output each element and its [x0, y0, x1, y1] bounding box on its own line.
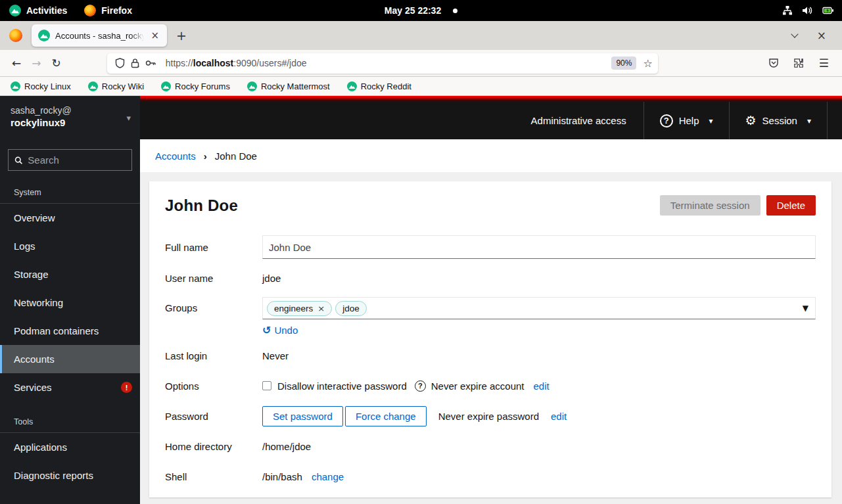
edit-account-expiry-link[interactable]: edit — [534, 380, 550, 392]
reload-button[interactable]: ↻ — [52, 57, 61, 70]
page-title: John Doe — [165, 196, 238, 215]
search-input[interactable] — [28, 154, 126, 166]
shell-row: Shell /bin/bash change — [165, 465, 816, 488]
help-icon: ? — [660, 114, 673, 127]
zoom-level-badge[interactable]: 90% — [611, 57, 636, 70]
help-label: Help — [679, 115, 699, 126]
bookmark-rocky-linux[interactable]: Rocky Linux — [11, 81, 71, 91]
rocky-favicon-icon — [11, 81, 20, 91]
firefox-label: Firefox — [101, 5, 132, 16]
breadcrumb: Accounts › John Doe — [140, 139, 842, 172]
full-name-input[interactable] — [262, 235, 816, 259]
user-name-label: User name — [165, 273, 262, 284]
rocky-favicon-icon — [161, 81, 171, 91]
menu-hamburger-icon[interactable]: ☰ — [819, 57, 829, 70]
groups-dropdown-caret-icon[interactable]: ▼ — [803, 304, 808, 313]
system-tray[interactable] — [782, 5, 842, 16]
bookmark-label: Rocky Reddit — [361, 81, 411, 91]
never-expire-password-text: Never expire password — [438, 411, 539, 422]
battery-charging-icon — [822, 5, 834, 16]
breadcrumb-accounts-link[interactable]: Accounts — [155, 150, 196, 162]
brand-stripe — [140, 96, 842, 102]
terminate-session-button[interactable]: Terminate session — [660, 195, 760, 216]
list-tabs-chevron-icon[interactable] — [791, 30, 798, 37]
bookmark-rocky-reddit[interactable]: Rocky Reddit — [347, 81, 411, 91]
back-button[interactable]: ← — [12, 57, 21, 70]
activities-button[interactable]: Activities — [9, 5, 67, 16]
sidebar-item-applications[interactable]: Applications — [0, 433, 140, 461]
services-alert-badge: ! — [121, 382, 132, 393]
new-tab-button[interactable]: + — [176, 28, 187, 43]
groups-row: Groups engineers × jdoe — [165, 297, 816, 336]
breadcrumb-separator-icon: › — [204, 150, 207, 162]
options-label: Options — [165, 380, 262, 392]
disallow-password-checkbox[interactable] — [262, 381, 271, 390]
host-switcher[interactable]: sasha_rocky@ rockylinux9 ▾ — [0, 96, 140, 139]
sidebar-item-diagnostic-reports[interactable]: Diagnostic reports — [0, 461, 140, 490]
wired-network-icon — [782, 5, 793, 16]
sidebar-nav: System Overview Logs Storage Networking … — [0, 180, 140, 490]
window-close-icon[interactable]: × — [817, 29, 826, 42]
set-password-button[interactable]: Set password — [262, 406, 343, 426]
sidebar-item-overview[interactable]: Overview — [0, 204, 140, 232]
nav-section-tools: Tools — [0, 409, 140, 433]
sidebar-item-storage[interactable]: Storage — [0, 260, 140, 288]
forward-button[interactable]: → — [32, 57, 41, 70]
connection-lock-icon[interactable] — [131, 58, 139, 68]
never-expire-account-text: Never expire account — [431, 380, 525, 392]
bookmark-star-icon[interactable]: ☆ — [643, 57, 652, 70]
session-menu[interactable]: ⚙ Session ▾ — [729, 102, 828, 139]
sidebar-item-logs[interactable]: Logs — [0, 232, 140, 260]
shell-label: Shell — [165, 471, 262, 482]
change-shell-link[interactable]: change — [312, 471, 344, 482]
tab-close-icon[interactable]: × — [149, 30, 160, 41]
bookmark-rocky-forums[interactable]: Rocky Forums — [161, 81, 230, 91]
sidebar-item-networking[interactable]: Networking — [0, 288, 140, 317]
clock[interactable]: May 25 22:32 — [385, 5, 441, 16]
help-menu[interactable]: ? Help ▾ — [643, 102, 729, 139]
undo-link[interactable]: Undo — [274, 325, 298, 336]
notification-dot-icon — [453, 9, 457, 13]
rocky-logo-icon — [9, 5, 21, 16]
sidebar-item-podman-containers[interactable]: Podman containers — [0, 317, 140, 345]
disallow-password-label: Disallow interactive password — [277, 380, 407, 392]
shell-value: /bin/bash — [262, 471, 302, 482]
last-login-value: Never — [262, 350, 816, 361]
last-login-row: Last login Never — [165, 344, 816, 367]
host-name: rockylinux9 — [11, 117, 72, 128]
host-caret-icon: ▾ — [126, 113, 131, 123]
bookmark-label: Rocky Wiki — [102, 81, 144, 91]
force-change-button[interactable]: Force change — [345, 406, 427, 426]
url-bar[interactable]: https://localhost:9090/users#/jdoe 90% ☆ — [107, 53, 658, 74]
sidebar-item-accounts[interactable]: Accounts — [0, 345, 140, 373]
firefox-tab-bar: Accounts - sasha_rocky@ × + × — [0, 21, 842, 50]
rocky-favicon-icon — [88, 81, 98, 91]
browser-tab[interactable]: Accounts - sasha_rocky@ × — [32, 24, 167, 47]
chevron-down-icon: ▾ — [807, 116, 811, 126]
info-question-icon[interactable]: ? — [415, 380, 426, 392]
last-login-label: Last login — [165, 350, 262, 361]
firefox-icon — [9, 29, 22, 42]
gnome-top-bar: Activities Firefox May 25 22:32 — [0, 0, 842, 21]
pocket-icon[interactable] — [768, 58, 779, 68]
firefox-app-menu[interactable]: Firefox — [84, 5, 132, 16]
cockpit-masthead: Administrative access ? Help ▾ ⚙ Session… — [140, 96, 842, 139]
edit-password-expiry-link[interactable]: edit — [551, 411, 567, 422]
home-directory-label: Home directory — [165, 441, 262, 452]
delete-button[interactable]: Delete — [766, 195, 816, 216]
page-content: John Doe Terminate session Delete Full n… — [140, 172, 842, 504]
key-icon[interactable] — [145, 59, 156, 67]
bookmark-label: Rocky Linux — [24, 81, 71, 91]
tracking-shield-icon[interactable] — [115, 58, 125, 68]
sidebar-item-services[interactable]: Services ! — [0, 373, 140, 401]
admin-access-indicator[interactable]: Administrative access — [514, 102, 643, 139]
extensions-puzzle-icon[interactable] — [793, 58, 805, 69]
tab-title: Accounts - sasha_rocky@ — [55, 31, 144, 41]
bookmark-rocky-mattermost[interactable]: Rocky Mattermost — [247, 81, 330, 91]
groups-select[interactable]: engineers × jdoe ▼ — [262, 297, 816, 319]
remove-group-icon[interactable]: × — [317, 304, 325, 313]
rocky-favicon-icon — [347, 81, 357, 91]
bookmark-rocky-wiki[interactable]: Rocky Wiki — [88, 81, 144, 91]
breadcrumb-current: John Doe — [215, 150, 257, 162]
sidebar-search[interactable] — [8, 149, 132, 171]
